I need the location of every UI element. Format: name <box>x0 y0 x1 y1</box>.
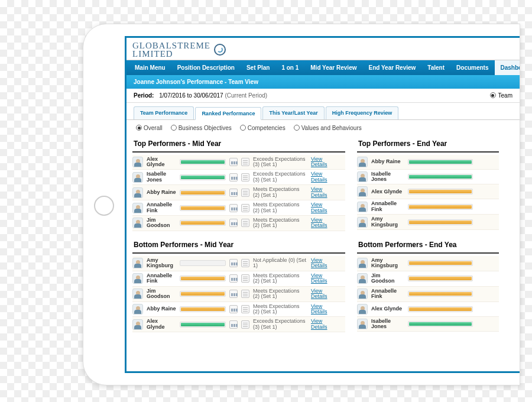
score-bar <box>408 291 473 297</box>
chart-icon[interactable] <box>229 290 238 298</box>
chart-icon[interactable] <box>229 259 238 267</box>
view-details-link[interactable]: ViewDetails <box>311 304 327 315</box>
filter-label: Competencies <box>248 125 286 131</box>
avatar-icon <box>357 288 368 299</box>
rating-text: Not Applicable (0) (Set 1) <box>253 258 307 269</box>
rating-text: Meets Expectations (2) (Set 1) <box>253 202 307 213</box>
main-nav: Main MenuPosition DescriptionSet Plan1 o… <box>126 60 520 75</box>
top-mid-title: Top Performers - Mid Year <box>132 136 345 153</box>
nav-item[interactable]: Documents <box>450 60 494 75</box>
performer-row: Abby Raine <box>357 155 499 170</box>
avatar-icon <box>357 319 368 329</box>
view-details-link[interactable]: ViewDetails <box>311 157 327 168</box>
nav-item[interactable]: Position Description <box>171 60 241 75</box>
performer-row: Abby RaineMeets Expectations (2) (Set 1)… <box>132 185 345 200</box>
app-screen: GLOBALSTREME LIMITED Main MenuPosition D… <box>125 36 520 373</box>
view-details-link[interactable]: ViewDetails <box>311 171 327 183</box>
rating-text: Meets Expectations (2) (Set 1) <box>253 218 307 229</box>
logo-swirl-icon <box>214 44 226 56</box>
nav-item[interactable]: Set Plan <box>241 60 275 75</box>
document-icon[interactable] <box>241 320 249 329</box>
score-bar <box>408 306 473 312</box>
rating-text: Exceeds Expectations (3) (Set 1) <box>253 171 307 183</box>
avatar-icon <box>132 203 143 213</box>
score-bar <box>180 190 226 196</box>
view-tab[interactable]: High Frequency Review <box>326 106 399 119</box>
document-icon[interactable] <box>241 290 249 298</box>
chart-icon[interactable] <box>229 173 238 181</box>
top-end-title: Top Performers - End Year <box>357 136 499 153</box>
nav-item[interactable]: Dashboa <box>495 60 520 75</box>
chart-icon[interactable] <box>229 219 238 227</box>
view-tab[interactable]: Ranked Performance <box>195 107 261 120</box>
chart-icon[interactable] <box>229 305 238 313</box>
document-icon[interactable] <box>241 173 249 181</box>
nav-item[interactable]: 1 on 1 <box>275 60 304 75</box>
rating-text: Exceeds Expectations (3) (Set 1) <box>253 319 307 330</box>
scope-radio[interactable]: Team <box>490 92 512 99</box>
nav-item[interactable]: Talent <box>421 60 450 75</box>
radio-dot-icon <box>171 125 177 131</box>
document-icon[interactable] <box>241 158 249 166</box>
performer-name: Annabelle Fink <box>147 202 176 213</box>
performer-row: Annabelle Fink <box>357 199 499 215</box>
score-bar <box>180 291 226 297</box>
chart-icon[interactable] <box>229 320 238 329</box>
performer-row: Annabelle FinkMeets Expectations (2) (Se… <box>132 271 345 287</box>
chart-icon[interactable] <box>229 204 238 212</box>
performer-row: Amy Kingsburg <box>357 256 499 271</box>
performer-row: Isabelle Jones <box>357 170 499 185</box>
chart-icon[interactable] <box>229 158 238 166</box>
performer-name: Jim Goodson <box>147 218 176 229</box>
filter-option[interactable]: Values and Behaviours <box>294 125 362 131</box>
nav-item[interactable]: Mid Year Review <box>304 60 362 75</box>
document-icon[interactable] <box>241 204 249 212</box>
avatar-icon <box>132 187 143 198</box>
view-details-link[interactable]: ViewDetails <box>311 273 327 284</box>
avatar-icon <box>357 304 368 315</box>
score-bar <box>408 219 473 225</box>
view-details-link[interactable]: ViewDetails <box>311 258 327 269</box>
view-tab[interactable]: Team Performance <box>134 106 194 119</box>
logo-text: GLOBALSTREME LIMITED <box>132 41 210 59</box>
score-bar <box>408 321 473 327</box>
filter-option[interactable]: Business Objectives <box>171 125 232 131</box>
performer-name: Annabelle Fink <box>147 273 176 284</box>
chart-icon[interactable] <box>229 274 238 283</box>
rating-text: Meets Expectations (2) (Set 1) <box>253 187 307 198</box>
avatar-icon <box>132 273 143 284</box>
view-details-link[interactable]: ViewDetails <box>311 319 327 330</box>
score-bar <box>180 220 226 226</box>
document-icon[interactable] <box>241 219 249 227</box>
view-details-link[interactable]: ViewDetails <box>311 218 327 229</box>
nav-item[interactable]: End Year Review <box>362 60 421 75</box>
performer-row: Amy Kingsburg <box>357 215 499 230</box>
document-icon[interactable] <box>241 189 249 197</box>
avatar-icon <box>357 217 368 228</box>
view-details-link[interactable]: ViewDetails <box>311 202 327 213</box>
filter-option[interactable]: Competencies <box>240 125 286 131</box>
view-details-link[interactable]: ViewDetails <box>311 187 327 198</box>
score-bar <box>408 204 473 210</box>
document-icon[interactable] <box>241 274 249 283</box>
score-bar <box>408 159 473 165</box>
view-tab[interactable]: This Year/Last Year <box>262 106 324 119</box>
page-subheader: Joanne Johnson's Performance - Team View <box>126 75 520 89</box>
radio-dot-icon <box>136 125 142 131</box>
performer-name: Alex Glynde <box>147 319 176 330</box>
performer-name: Annabelle Fink <box>371 288 404 300</box>
tablet-home-button[interactable] <box>94 196 114 216</box>
document-icon[interactable] <box>241 259 249 267</box>
bottom-sections: Bottom Performers - Mid Year Amy Kingsbu… <box>126 237 520 338</box>
score-bar <box>408 260 473 266</box>
filter-option[interactable]: Overall <box>136 125 163 131</box>
performer-name: Isabelle Jones <box>371 171 404 183</box>
rating-text: Meets Expectations (2) (Set 1) <box>253 273 307 284</box>
performer-name: Annabelle Fink <box>371 201 404 212</box>
performer-row: Alex Glynde <box>357 302 499 317</box>
nav-item[interactable]: Main Menu <box>129 60 171 75</box>
chart-icon[interactable] <box>229 189 238 197</box>
score-bar <box>180 275 226 281</box>
view-details-link[interactable]: ViewDetails <box>311 288 327 300</box>
document-icon[interactable] <box>241 305 249 313</box>
